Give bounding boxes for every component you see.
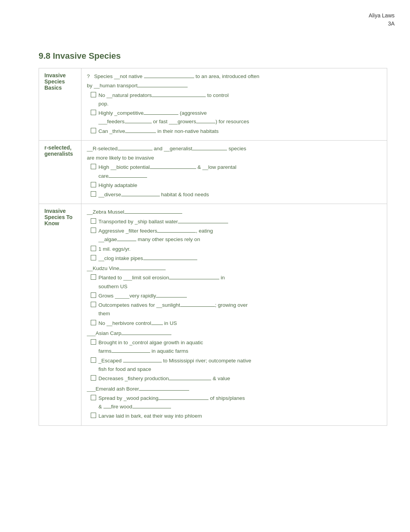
main-table: InvasiveSpeciesBasics ? Species __not na… — [39, 68, 387, 426]
table-row: InvasiveSpeciesBasics ? Species __not na… — [39, 68, 387, 141]
header-class: 3A — [388, 20, 395, 27]
header-name: Aliya Laws — [369, 12, 395, 19]
label-basics: InvasiveSpeciesBasics — [39, 68, 81, 141]
label-rselected: r-selected,generalists — [39, 140, 81, 204]
header: Aliya Laws 3A — [15, 12, 395, 28]
table-row: r-selected,generalists __R-selected and … — [39, 140, 387, 204]
content-basics: ? Species __not native to an area, intro… — [81, 68, 387, 141]
content-know: __Zebra Mussel Transported by _ship ball… — [81, 204, 387, 425]
label-know: InvasiveSpecies ToKnow — [39, 204, 81, 425]
page-title: 9.8 Invasive Species — [39, 51, 395, 61]
table-row: InvasiveSpecies ToKnow __Zebra Mussel Tr… — [39, 204, 387, 425]
content-rselected: __R-selected and __generalist species ar… — [81, 140, 387, 204]
